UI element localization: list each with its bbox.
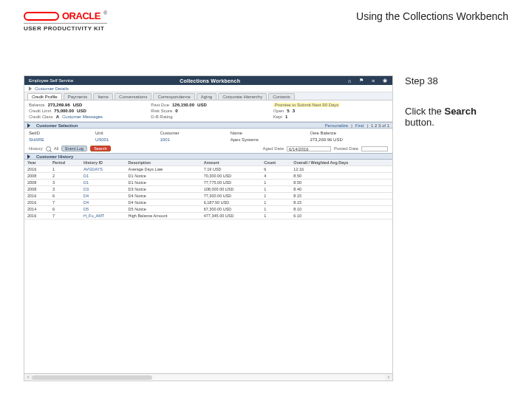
promise-label: Promise to Submit Next 90 Days: [273, 103, 341, 107]
credit-class-label: Credit Class: [29, 115, 53, 119]
app-title: Collections Workbench: [180, 78, 240, 83]
scrollbar-thumb[interactable]: [32, 375, 152, 380]
tab-correspondence[interactable]: Correspondence: [153, 93, 194, 100]
table-row[interactable]: 20167D4D4 Notice6,187.50 USD18.15: [24, 200, 392, 206]
history-toolbar: History All Event Log Search Aged Date 6…: [24, 144, 392, 153]
breadcrumb-text[interactable]: Customer Details: [35, 86, 69, 91]
table-row[interactable]: 20166D4D4 Notice77,300.00 USD18.15: [24, 193, 392, 200]
brand-name: ORACLE: [62, 10, 100, 21]
horizontal-scrollbar[interactable]: ‹ ›: [24, 373, 392, 381]
scroll-right-icon[interactable]: ›: [385, 374, 392, 381]
app-screenshot: Employee Self Service Collections Workbe…: [24, 75, 393, 381]
unit-value[interactable]: US001: [95, 137, 154, 142]
history-table: Year Period History ID Description Amoun…: [24, 160, 392, 219]
balance-value[interactable]: 273,269.96: [48, 103, 70, 107]
credit-limit-label: Credit Limit: [29, 109, 51, 113]
step-label: Step 38: [405, 75, 508, 86]
pager: 1 2 3 of 1: [371, 123, 389, 128]
section-title: Customer Selection: [36, 123, 78, 128]
app-product: Employee Self Service: [29, 78, 73, 83]
table-header-row: Year Period History ID Description Amoun…: [24, 160, 392, 166]
section-caret-icon[interactable]: [27, 154, 30, 159]
pastdue-value[interactable]: 126,150.00: [172, 103, 194, 107]
section-customer-selection: Customer Selection Personalize | Find | …: [24, 122, 392, 129]
breadcrumb: Customer Details: [24, 85, 392, 92]
table-row[interactable]: 20146D5D5 Notice67,300.00 USD18.10: [24, 206, 392, 213]
instruction-panel: Step 38 Click the Search button.: [405, 75, 508, 381]
scroll-left-icon[interactable]: ‹: [24, 374, 32, 381]
tab-corporate-hierarchy[interactable]: Corporate Hierarchy: [218, 93, 267, 100]
lookup-icon[interactable]: [46, 146, 51, 151]
credit-summary: Balance 273,269.96 USD Past Due 126,150.…: [24, 100, 392, 122]
search-button[interactable]: Search: [90, 146, 110, 151]
personalize-link[interactable]: Personalize: [325, 123, 348, 128]
section-caret-icon[interactable]: [27, 123, 30, 128]
aged-date-input[interactable]: 6/14/2016: [287, 146, 331, 151]
credit-class-value: A: [56, 115, 59, 119]
owe-amount: 273,269.96 USD: [310, 137, 388, 142]
page-title: Using the Collections Workbench: [356, 10, 508, 22]
breadcrumb-caret-icon: [29, 86, 32, 91]
risk-label: Risk Score: [151, 109, 172, 113]
customer-name: Apex Systems: [231, 137, 304, 142]
table-row[interactable]: 20083D1D1 Notice77,775.00 USD18.50: [24, 180, 392, 186]
table-row[interactable]: 20082D1D1 Notice70,300.00 USD48.50: [24, 173, 392, 180]
flag-icon[interactable]: ⚑: [358, 78, 364, 83]
pastdue-label: Past Due: [151, 103, 169, 107]
registered-mark: ®: [103, 10, 107, 16]
table-row[interactable]: 20083D3D3 Notice108,000.00 USD18.40: [24, 186, 392, 193]
section-title: Customer History: [36, 154, 73, 159]
section-customer-history: Customer History: [24, 153, 392, 160]
history-dropdown[interactable]: Event Log: [61, 146, 87, 151]
brand-subtitle: USER PRODUCTIVITY KIT: [24, 23, 107, 32]
balance-label: Balance: [29, 103, 45, 107]
app-topbar: Employee Self Service Collections Workbe…: [24, 76, 392, 85]
home-icon[interactable]: ⌂: [347, 78, 352, 83]
dnb-label: D-B Rating: [151, 115, 172, 119]
brand-block: ORACLE ® USER PRODUCTIVITY KIT: [24, 10, 107, 32]
find-link[interactable]: Find: [355, 123, 364, 128]
tab-credit-profile[interactable]: Credit Profile: [27, 93, 62, 100]
oracle-logo-icon: [24, 12, 59, 21]
instruction-text: Click the Search button.: [405, 106, 508, 128]
tab-items[interactable]: Items: [93, 93, 113, 100]
tab-conversations[interactable]: Conversations: [115, 93, 151, 100]
table-row[interactable]: 20161AVGDAYSAverage Days Late7.19 USD612…: [24, 166, 392, 173]
tab-strip: Credit Profile Payments Items Conversati…: [24, 92, 392, 100]
table-row[interactable]: 20167H_Fu_AMTHigh Balance Amount477,345.…: [24, 213, 392, 219]
setid-value[interactable]: SHARE: [29, 137, 89, 142]
tab-aging[interactable]: Aging: [197, 93, 216, 100]
notification-icon[interactable]: ◉: [382, 78, 388, 83]
posted-date-input[interactable]: [361, 146, 388, 151]
credit-limit-value: 75,000.00: [54, 109, 74, 113]
risk-value: 0: [175, 109, 177, 113]
tab-payments[interactable]: Payments: [64, 93, 92, 100]
menu-icon[interactable]: ≡: [370, 78, 376, 83]
customer-value[interactable]: 1001: [160, 137, 225, 142]
tab-contacts[interactable]: Contacts: [268, 93, 295, 100]
